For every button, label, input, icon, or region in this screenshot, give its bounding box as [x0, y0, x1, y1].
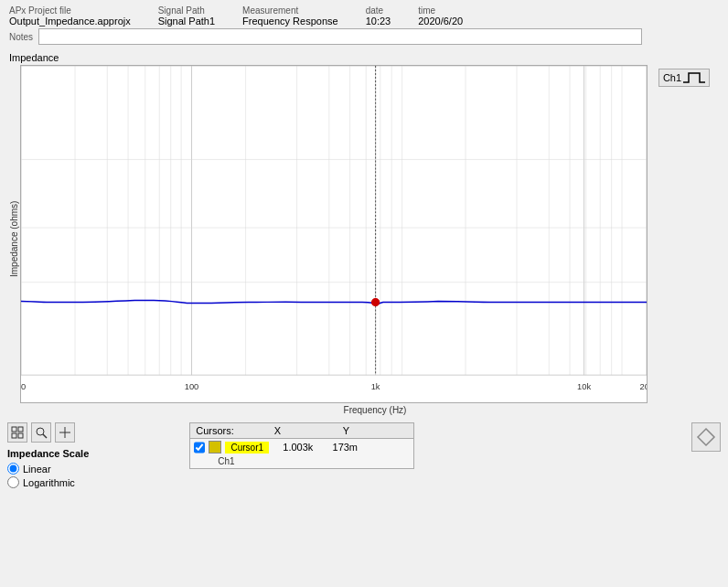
svg-text:100: 100 [185, 382, 199, 391]
time-value: 2020/6/20 [418, 16, 463, 27]
measurement-col: Measurement Frequency Response [242, 5, 338, 27]
cursors-col-y: Y [321, 425, 371, 436]
linear-label: Linear [23, 464, 51, 475]
bottom-section: Impedance Scale Linear Logarithmic Curso… [0, 419, 728, 494]
measurement-label: Measurement [242, 5, 338, 16]
svg-rect-43 [12, 427, 16, 432]
signal-path-col: Signal Path Signal Path1 [158, 5, 215, 27]
apx-project-label: APx Project file [9, 5, 131, 16]
cursor-icon[interactable] [55, 422, 75, 443]
notes-label: Notes [9, 32, 33, 42]
svg-marker-51 [698, 429, 714, 445]
svg-rect-0 [21, 66, 647, 402]
cursor1-y-value: 173m [327, 442, 363, 453]
cursor1-name-field[interactable] [225, 442, 269, 454]
cursor1-ch-row: Ch1 [190, 455, 413, 468]
chart-container: Impedance (ohms) [7, 65, 721, 403]
chart-section-title: Impedance [0, 48, 728, 65]
cursors-panel: Cursors: X Y 1.003k 173m Ch1 [189, 422, 414, 469]
apx-project-value: Output_Impedance.approjx [9, 16, 131, 27]
cursor1-x-value: 1.003k [273, 442, 323, 453]
y-axis-label: Impedance (ohms) [7, 74, 20, 403]
svg-text:10k: 10k [577, 382, 591, 391]
logarithmic-radio-row: Logarithmic [7, 476, 89, 488]
notes-input[interactable] [38, 28, 642, 45]
apx-project-col: APx Project file Output_Impedance.approj… [9, 5, 131, 27]
logarithmic-radio[interactable] [7, 476, 19, 488]
linear-radio[interactable] [7, 463, 19, 475]
svg-text:20: 20 [21, 382, 26, 391]
scale-title: Impedance Scale [7, 448, 89, 459]
cursors-col-x: X [252, 425, 303, 436]
signal-path-value: Signal Path1 [158, 16, 215, 27]
svg-point-37 [371, 299, 379, 306]
measurement-value: Frequency Response [242, 16, 338, 27]
svg-point-47 [37, 428, 44, 435]
cursor1-checkbox[interactable] [194, 442, 205, 454]
x-axis-label: Frequency (Hz) [344, 405, 407, 415]
time-label: time [418, 5, 463, 16]
cursors-header: Cursors: X Y [190, 423, 413, 439]
header-row: APx Project file Output_Impedance.approj… [9, 5, 719, 27]
time-col: time 2020/6/20 [418, 5, 463, 27]
date-col: date 10:23 [366, 5, 391, 27]
cursor1-ch-label: Ch1 [218, 456, 234, 466]
waveform-icon [683, 71, 705, 84]
date-value: 10:23 [366, 16, 391, 27]
header-section: APx Project file Output_Impedance.approj… [0, 0, 728, 48]
cursor1-color [209, 441, 221, 454]
diamond-icon [696, 427, 716, 447]
x-axis-label-area: Frequency (Hz) [22, 403, 728, 417]
svg-line-48 [43, 434, 47, 438]
svg-rect-44 [18, 427, 23, 432]
scale-section: Impedance Scale Linear Logarithmic [7, 448, 89, 490]
svg-rect-45 [12, 433, 16, 438]
svg-text:20k: 20k [639, 382, 647, 391]
chart-area[interactable]: 1 100m 20 100 1k 10k 20k [20, 65, 648, 403]
grid-icon[interactable] [7, 422, 27, 443]
ch1-area: Ch1 [648, 65, 721, 403]
cursors-label: Cursors: [196, 425, 234, 436]
diamond-button[interactable] [691, 422, 721, 452]
svg-rect-46 [18, 433, 23, 438]
toolbar-icons [7, 422, 89, 443]
ch1-button[interactable]: Ch1 [658, 69, 710, 87]
ch1-label: Ch1 [663, 72, 681, 83]
logarithmic-label: Logarithmic [23, 477, 75, 488]
zoom-icon[interactable] [31, 422, 51, 443]
chart-svg: 1 100m 20 100 1k 10k 20k [21, 66, 647, 402]
signal-path-label: Signal Path [158, 5, 215, 16]
date-label: date [366, 5, 391, 16]
linear-radio-row: Linear [7, 463, 89, 475]
svg-text:1k: 1k [371, 382, 380, 391]
cursor1-row: 1.003k 173m [190, 439, 413, 455]
notes-row: Notes [9, 28, 719, 45]
